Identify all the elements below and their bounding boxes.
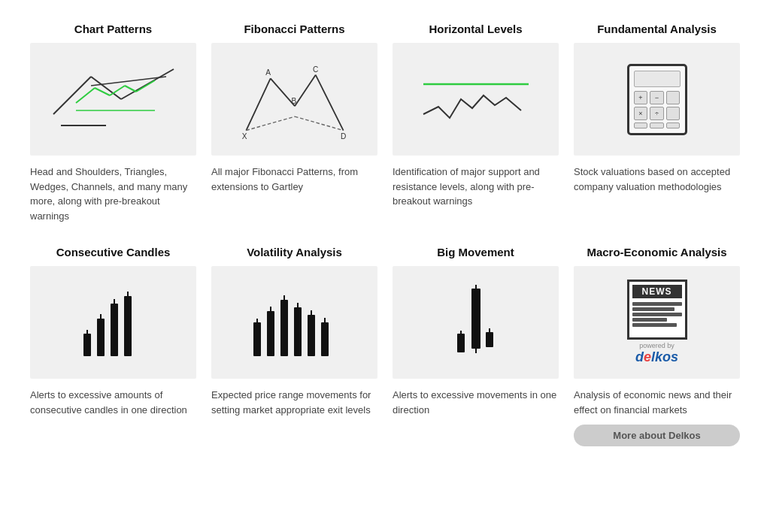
news-line-3 bbox=[632, 313, 682, 316]
svg-line-14 bbox=[315, 75, 343, 131]
card-title-horizontal: Horizontal Levels bbox=[393, 23, 559, 35]
chart-patterns-icon bbox=[46, 54, 181, 144]
calc-btn-plus: + bbox=[634, 91, 648, 104]
svg-line-16 bbox=[295, 116, 344, 130]
news-brand-delkos: delkos bbox=[635, 349, 678, 365]
card-image-fibonacci: A B C X D bbox=[211, 43, 377, 156]
news-lines bbox=[632, 302, 682, 327]
svg-line-8 bbox=[136, 80, 155, 92]
svg-text:D: D bbox=[340, 132, 345, 141]
svg-rect-43 bbox=[471, 289, 480, 349]
card-image-macro: NEWS powered by delkos bbox=[574, 266, 740, 379]
card-chart-patterns: Chart Patterns Head and Shoulders, Tr bbox=[30, 23, 196, 223]
calc-btn-empty4 bbox=[650, 122, 664, 128]
card-desc-bigmove: Alerts to excessive movements in one dir… bbox=[393, 388, 559, 417]
card-desc-fundamental: Stock valuations based on accepted compa… bbox=[574, 165, 740, 194]
svg-rect-34 bbox=[294, 307, 302, 356]
card-fundamental: Fundamental Analysis + − × ÷ Stock valua… bbox=[574, 23, 740, 223]
card-title-fundamental: Fundamental Analysis bbox=[574, 23, 740, 35]
card-image-chart-patterns bbox=[30, 43, 196, 156]
volatility-icon bbox=[242, 281, 347, 364]
svg-rect-35 bbox=[308, 315, 315, 356]
news-line-5 bbox=[632, 323, 677, 327]
candles-icon bbox=[68, 281, 159, 364]
svg-rect-24 bbox=[97, 319, 105, 356]
card-horizontal-levels: Horizontal Levels Identification of majo… bbox=[393, 23, 559, 223]
more-about-delkos-button[interactable]: More about Delkos bbox=[574, 425, 740, 446]
calc-btn-mult: × bbox=[634, 107, 648, 120]
svg-rect-23 bbox=[83, 334, 91, 356]
news-box: NEWS bbox=[627, 280, 687, 340]
card-big-movement: Big Movement Alerts to excessive movemen… bbox=[393, 246, 559, 446]
card-image-fundamental: + − × ÷ bbox=[574, 43, 740, 156]
svg-rect-46 bbox=[457, 334, 465, 352]
svg-rect-32 bbox=[267, 311, 274, 356]
card-macro-economic: Macro-Economic Analysis NEWS powered by … bbox=[574, 246, 740, 446]
fibonacci-icon: A B C X D bbox=[227, 54, 362, 144]
calc-btn-div: ÷ bbox=[650, 107, 664, 120]
calc-screen bbox=[634, 71, 681, 87]
calc-btn-empty2 bbox=[666, 107, 681, 120]
svg-line-4 bbox=[76, 88, 95, 103]
news-line-2 bbox=[632, 307, 675, 311]
news-title-bar: NEWS bbox=[632, 285, 682, 298]
card-desc-candles: Alerts to excessive amounts of consecuti… bbox=[30, 388, 196, 417]
card-desc-macro: Analysis of economic news and their effe… bbox=[574, 388, 740, 417]
news-powered-label: powered by bbox=[639, 342, 675, 349]
card-image-volatility bbox=[211, 266, 377, 379]
svg-text:B: B bbox=[291, 97, 296, 105]
svg-line-11 bbox=[246, 78, 270, 130]
news-line-4 bbox=[632, 318, 667, 322]
card-image-bigmove bbox=[393, 266, 559, 379]
calc-btn-minus: − bbox=[650, 91, 664, 104]
svg-line-6 bbox=[110, 86, 125, 95]
card-title-bigmove: Big Movement bbox=[393, 246, 559, 258]
svg-line-15 bbox=[246, 116, 295, 130]
card-title-macro: Macro-Economic Analysis bbox=[574, 246, 740, 258]
svg-line-7 bbox=[125, 86, 136, 92]
card-volatility: Volatility Analysis Expected price range… bbox=[211, 246, 377, 446]
calculator-icon: + − × ÷ bbox=[627, 64, 687, 135]
svg-text:C: C bbox=[313, 65, 318, 74]
calc-btn-empty1 bbox=[666, 91, 681, 104]
svg-rect-33 bbox=[280, 300, 288, 356]
calc-btn-empty5 bbox=[666, 122, 681, 128]
card-title-chart-patterns: Chart Patterns bbox=[30, 23, 196, 35]
svg-text:A: A bbox=[265, 68, 271, 77]
svg-rect-48 bbox=[486, 332, 493, 347]
card-desc-volatility: Expected price range movements for setti… bbox=[211, 388, 377, 417]
news-icon-container: NEWS powered by delkos bbox=[627, 280, 687, 365]
card-title-fibonacci: Fibonacci Patterns bbox=[211, 23, 377, 35]
card-title-candles: Consecutive Candles bbox=[30, 246, 196, 258]
card-fibonacci: Fibonacci Patterns A B C X D All major F… bbox=[211, 23, 377, 223]
card-desc-chart-patterns: Head and Shoulders, Triangles, Wedges, C… bbox=[30, 165, 196, 223]
card-desc-fibonacci: All major Fibonacci Patterns, from exten… bbox=[211, 165, 377, 194]
svg-text:X: X bbox=[241, 132, 247, 141]
card-image-horizontal bbox=[393, 43, 559, 156]
card-consecutive-candles: Consecutive Candles Alerts to excessive … bbox=[30, 246, 196, 446]
card-desc-horizontal: Identification of major support and resi… bbox=[393, 165, 559, 209]
svg-rect-25 bbox=[111, 304, 118, 356]
svg-rect-36 bbox=[321, 322, 329, 356]
svg-rect-31 bbox=[253, 322, 261, 356]
features-grid: Chart Patterns Head and Shoulders, Tr bbox=[30, 23, 740, 446]
calc-btn-empty3 bbox=[634, 122, 648, 128]
svg-line-13 bbox=[295, 75, 316, 107]
calc-buttons: + − × ÷ bbox=[634, 91, 681, 128]
card-title-volatility: Volatility Analysis bbox=[211, 246, 377, 258]
svg-rect-26 bbox=[124, 296, 132, 356]
news-line-1 bbox=[632, 302, 682, 306]
card-image-candles bbox=[30, 266, 196, 379]
horizontal-levels-icon bbox=[408, 54, 544, 144]
bigmove-icon bbox=[438, 281, 514, 364]
